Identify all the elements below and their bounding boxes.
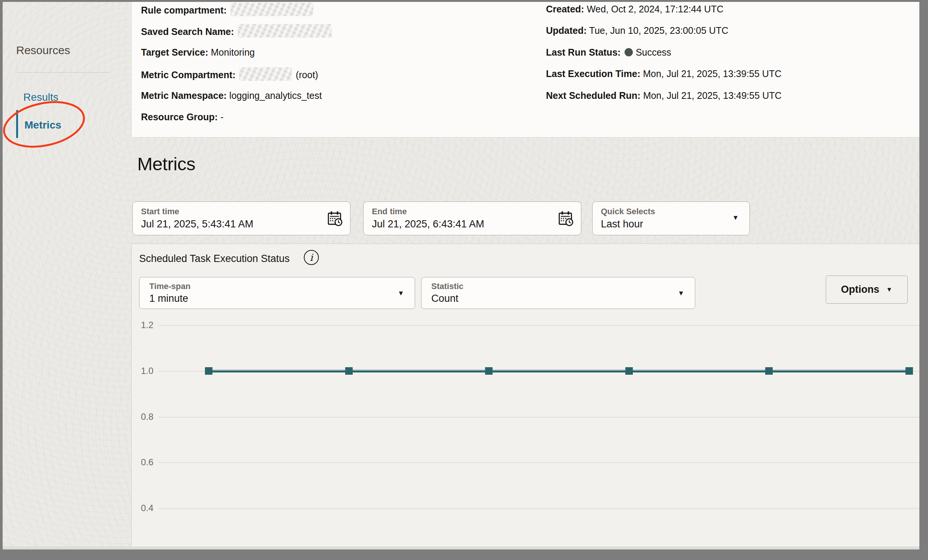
quick-selects-value: Last hour: [601, 218, 643, 230]
data-point-marker[interactable]: [205, 367, 212, 375]
detail-value: logging_analytics_test: [229, 90, 322, 101]
chevron-down-icon: ▼: [732, 214, 739, 222]
y-axis-tick-label: 0.8: [131, 412, 153, 422]
y-axis-tick-label: 1.0: [131, 366, 153, 376]
data-point-marker[interactable]: [765, 367, 773, 375]
page-content: Resources Results Metrics Rule compartme…: [3, 2, 919, 549]
detail-updated: Updated: Tue, Jun 10, 2025, 23:00:05 UTC: [546, 24, 728, 37]
calendar-clock-icon[interactable]: [327, 211, 343, 227]
start-time-field[interactable]: Start time Jul 21, 2025, 5:43:41 AM: [132, 201, 350, 235]
sidebar-item-metrics[interactable]: Metrics: [24, 119, 61, 131]
quick-selects-label: Quick Selects: [601, 207, 655, 216]
detail-metric-compartment: Metric Compartment:(root): [141, 67, 318, 81]
detail-value: Success: [636, 47, 671, 58]
data-point-marker[interactable]: [345, 367, 353, 375]
detail-label: Next Scheduled Run:: [546, 90, 640, 101]
y-axis-tick-label: 0.4: [131, 503, 153, 513]
line-chart: 1.21.00.80.60.4: [131, 244, 919, 549]
detail-target-service: Target Service: Monitoring: [141, 46, 255, 59]
detail-rule-compartment: Rule compartment:: [141, 3, 317, 17]
detail-next-scheduled-run: Next Scheduled Run: Mon, Jul 21, 2025, 1…: [546, 89, 782, 102]
detail-label: Metric Compartment:: [141, 70, 235, 80]
detail-value: Tue, Jun 10, 2025, 23:00:05 UTC: [589, 25, 728, 36]
detail-value: Monitoring: [211, 47, 255, 58]
end-time-value: Jul 21, 2025, 6:43:41 AM: [372, 218, 484, 230]
detail-last-execution-time: Last Execution Time: Mon, Jul 21, 2025, …: [546, 67, 781, 80]
metric-chart-card: Scheduled Task Execution Status i Time-s…: [131, 243, 919, 549]
detail-label: Last Execution Time:: [546, 68, 640, 79]
detail-value: (root): [296, 70, 318, 80]
sidebar-divider: [17, 72, 110, 73]
data-point-marker[interactable]: [485, 367, 493, 375]
detail-metric-namespace: Metric Namespace: logging_analytics_test: [141, 89, 322, 102]
detail-label: Resource Group:: [141, 112, 218, 122]
detail-value: Mon, Jul 21, 2025, 13:49:55 UTC: [643, 90, 781, 101]
task-details-panel: Rule compartment: Saved Search Name: Tar…: [131, 2, 919, 138]
end-time-field[interactable]: End time Jul 21, 2025, 6:43:41 AM: [363, 201, 581, 235]
chart-gridline: [159, 325, 919, 326]
page-title: Metrics: [137, 153, 195, 174]
window-frame: Resources Results Metrics Rule compartme…: [0, 0, 928, 560]
sidebar-item-results[interactable]: Results: [23, 91, 58, 103]
resources-header: Resources: [16, 44, 70, 57]
detail-label: Rule compartment:: [141, 5, 227, 15]
detail-label: Updated:: [546, 25, 586, 36]
detail-last-run-status: Last Run Status:Success: [546, 46, 671, 59]
data-point-marker[interactable]: [625, 367, 633, 375]
y-axis-tick-label: 0.6: [131, 457, 153, 467]
redacted-value: [238, 24, 332, 38]
data-point-marker[interactable]: [905, 367, 913, 375]
success-status-dot-icon: [624, 48, 633, 56]
detail-label: Created:: [546, 4, 584, 14]
detail-created: Created: Wed, Oct 2, 2024, 17:12:44 UTC: [546, 3, 723, 15]
detail-value: -: [220, 112, 223, 122]
active-item-indicator: [16, 110, 18, 138]
chart-gridline: [159, 417, 919, 418]
chart-gridline: [159, 462, 919, 463]
series-line-count: [209, 370, 909, 373]
detail-resource-group: Resource Group: -: [141, 111, 223, 123]
y-axis-tick-label: 1.2: [131, 320, 153, 330]
redacted-value: [230, 3, 313, 16]
detail-saved-search-name: Saved Search Name:: [141, 24, 336, 38]
redacted-value: [239, 67, 292, 81]
quick-selects-dropdown[interactable]: Quick Selects Last hour ▼: [592, 201, 750, 235]
start-time-value: Jul 21, 2025, 5:43:41 AM: [141, 218, 253, 230]
detail-label: Metric Namespace:: [141, 90, 227, 101]
calendar-clock-icon[interactable]: [558, 211, 574, 227]
detail-label: Target Service:: [141, 47, 208, 58]
detail-label: Saved Search Name:: [141, 26, 234, 37]
detail-label: Last Run Status:: [546, 47, 621, 58]
start-time-label: Start time: [141, 207, 179, 216]
end-time-label: End time: [372, 207, 407, 216]
detail-value: Wed, Oct 2, 2024, 17:12:44 UTC: [586, 4, 723, 14]
chart-gridline: [159, 508, 919, 509]
detail-value: Mon, Jul 21, 2025, 13:39:55 UTC: [643, 68, 781, 79]
bottom-scroll-track: [3, 546, 919, 549]
